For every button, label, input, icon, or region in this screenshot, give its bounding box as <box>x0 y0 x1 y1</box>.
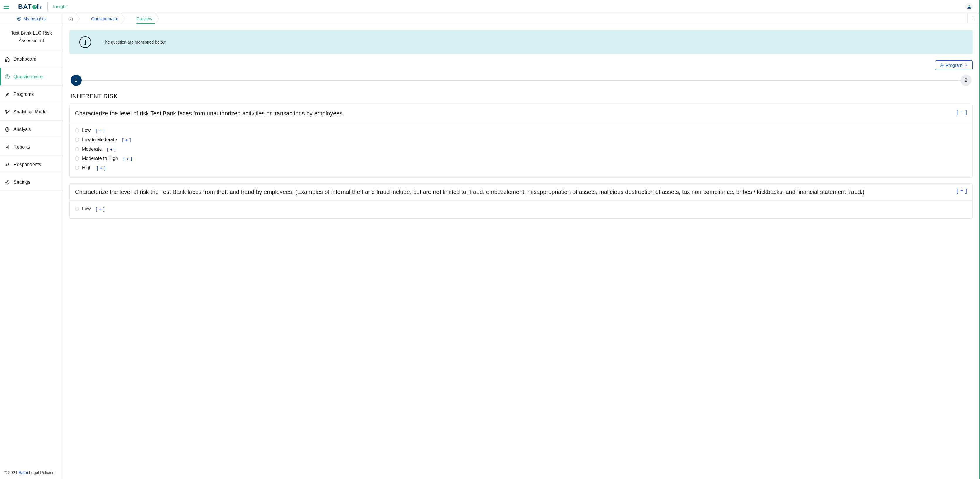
question-header: Characterize the level of risk the Test … <box>70 184 972 201</box>
svg-point-9 <box>6 163 7 164</box>
option-label: Moderate to High <box>82 156 118 161</box>
sidebar-item-questionnaire[interactable]: Questionnaire <box>0 68 63 86</box>
svg-rect-6 <box>7 113 8 114</box>
main-area: Questionnaire Preview i The question are… <box>63 13 980 479</box>
sidebar-item-label: Programs <box>13 92 34 97</box>
radio-input[interactable] <box>75 156 79 161</box>
footer-rest: Legal Policies <box>28 470 54 475</box>
section-title: INHERENT RISK <box>71 93 973 100</box>
pen-icon <box>5 92 10 97</box>
sidebar-item-programs[interactable]: Programs <box>0 86 63 103</box>
svg-point-11 <box>7 181 8 183</box>
sidebar-item-label: Analysis <box>13 127 31 132</box>
question-card: Characterize the level of risk the Test … <box>69 183 973 218</box>
question-text: Characterize the level of risk the Test … <box>75 188 952 196</box>
question-circle-icon <box>5 74 10 80</box>
breadcrumb-sep <box>80 13 84 24</box>
breadcrumb-bar: Questionnaire Preview <box>63 13 979 24</box>
my-insights-label: My Insights <box>24 16 46 21</box>
radio-input[interactable] <box>75 128 79 132</box>
svg-rect-4 <box>5 110 7 111</box>
option-label: High <box>82 165 92 170</box>
collapse-panel-button[interactable] <box>967 13 979 24</box>
gear-icon <box>5 180 10 185</box>
question-options: Low [ + ] <box>70 201 972 218</box>
sidebar-footer: © 2024 Batoi Legal Policies <box>0 467 63 479</box>
option-label: Moderate <box>82 146 102 152</box>
expand-option-button[interactable]: [ + ] <box>123 156 132 161</box>
info-banner-text: The question are mentioned below. <box>103 40 167 45</box>
pie-chart-icon <box>5 127 10 132</box>
option-label: Low <box>82 128 91 133</box>
brand-text-right: I <box>37 3 39 11</box>
expand-option-button[interactable]: [ + ] <box>107 147 116 152</box>
svg-point-3 <box>7 78 7 78</box>
arrow-left-circle-icon <box>17 17 21 21</box>
sidebar-item-label: Questionnaire <box>13 74 43 80</box>
product-name[interactable]: Insight <box>53 4 67 10</box>
sidebar-item-label: Analytical Model <box>13 109 48 115</box>
breadcrumb-questionnaire[interactable]: Questionnaire <box>84 13 125 24</box>
radio-input[interactable] <box>75 207 79 211</box>
radio-input[interactable] <box>75 138 79 142</box>
expand-option-button[interactable]: [ + ] <box>122 137 131 142</box>
top-header: BAT I ® Insight <box>0 0 980 13</box>
sidebar-item-reports[interactable]: Reports <box>0 138 63 156</box>
step-2[interactable]: 2 <box>960 75 972 86</box>
sidebar-item-respondents[interactable]: Respondents <box>0 156 63 173</box>
breadcrumb-label: Preview <box>137 16 152 21</box>
option-label: Low <box>82 206 91 212</box>
svg-point-0 <box>969 5 970 6</box>
option-row: Moderate [ + ] <box>75 145 967 154</box>
info-icon: i <box>80 36 91 48</box>
question-text: Characterize the level of risk Test Bank… <box>75 109 952 118</box>
model-icon <box>5 109 10 115</box>
expand-question-button[interactable]: [ + ] <box>956 188 967 194</box>
radio-input[interactable] <box>75 166 79 170</box>
breadcrumb-preview[interactable]: Preview <box>130 13 159 24</box>
option-row: Low to Moderate [ + ] <box>75 135 967 145</box>
option-row: Low [ + ] <box>75 204 967 213</box>
brand-text-left: BAT <box>18 3 32 11</box>
users-icon <box>5 162 10 167</box>
option-row: Low [ + ] <box>75 126 967 135</box>
breadcrumb-sep <box>125 13 130 24</box>
home-icon <box>68 16 73 21</box>
sidebar-item-settings[interactable]: Settings <box>0 173 63 191</box>
report-icon <box>5 145 10 150</box>
radio-input[interactable] <box>75 147 79 151</box>
user-avatar-button[interactable] <box>965 3 973 11</box>
sidebar-item-label: Settings <box>13 180 30 185</box>
arrow-right-circle-icon <box>940 63 944 67</box>
chevron-left-icon <box>972 17 975 21</box>
sidebar: My Insights Test Bank LLC Risk Assessmen… <box>0 13 63 479</box>
menu-toggle-icon[interactable] <box>3 5 10 9</box>
step-1[interactable]: 1 <box>71 75 82 86</box>
brand-registered: ® <box>40 6 42 10</box>
sidebar-item-analysis[interactable]: Analysis <box>0 121 63 138</box>
program-button-label: Program <box>945 63 963 68</box>
footer-copyright: © 2024 <box>4 470 19 475</box>
brand-leaf-icon <box>32 5 37 10</box>
content-scroll[interactable]: i The question are mentioned below. Prog… <box>63 24 979 479</box>
question-options: Low [ + ] Low to Moderate [ + ] Moderate… <box>70 122 972 177</box>
question-header: Characterize the level of risk Test Bank… <box>70 105 972 122</box>
my-insights-link[interactable]: My Insights <box>0 13 63 24</box>
option-label: Low to Moderate <box>82 137 117 142</box>
expand-question-button[interactable]: [ + ] <box>956 109 967 115</box>
brand-logo[interactable]: BAT I ® <box>18 3 42 11</box>
sidebar-item-analytical-model[interactable]: Analytical Model <box>0 103 63 121</box>
sidebar-nav: Dashboard Questionnaire Programs Analyti… <box>0 50 63 467</box>
svg-point-10 <box>8 164 9 165</box>
sidebar-item-label: Respondents <box>13 162 41 167</box>
breadcrumb-label: Questionnaire <box>91 16 118 21</box>
expand-option-button[interactable]: [ + ] <box>97 166 106 170</box>
chevron-down-icon <box>964 63 968 67</box>
sidebar-item-label: Reports <box>13 145 30 150</box>
home-icon <box>5 57 10 62</box>
expand-option-button[interactable]: [ + ] <box>96 207 105 212</box>
sidebar-item-dashboard[interactable]: Dashboard <box>0 50 63 68</box>
program-dropdown-button[interactable]: Program <box>935 60 973 70</box>
expand-option-button[interactable]: [ + ] <box>96 128 105 133</box>
footer-brand-link[interactable]: Batoi <box>19 470 28 475</box>
